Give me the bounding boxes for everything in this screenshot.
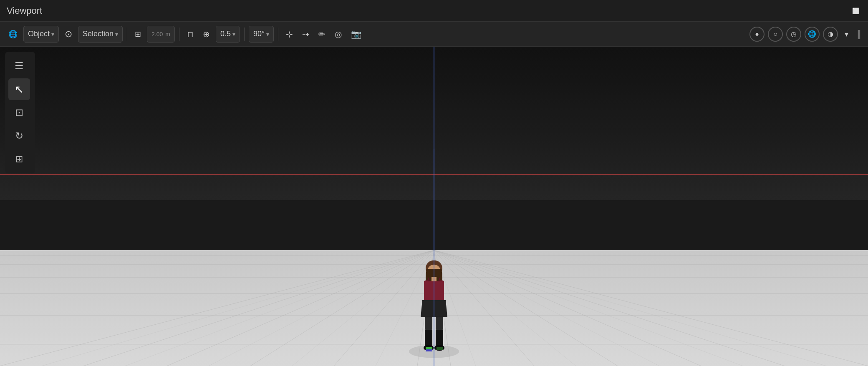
- menu-icon: ☰: [15, 60, 24, 72]
- annotations-button[interactable]: ⇢: [299, 26, 313, 43]
- svg-rect-42: [426, 349, 432, 351]
- material-icon: 🌐: [808, 30, 816, 38]
- transform-panel-button[interactable]: ⊞: [8, 148, 30, 170]
- cursor-button[interactable]: ↖: [8, 78, 30, 100]
- collapse-button[interactable]: ‖: [855, 29, 863, 40]
- rendered-icon: ◷: [791, 30, 797, 38]
- selection-label: Selection: [83, 30, 114, 38]
- title-bar-right: ⬜: [850, 5, 861, 17]
- proportional-dropdown[interactable]: 0.5 ▾: [216, 26, 240, 43]
- menu-button[interactable]: ☰: [8, 55, 30, 77]
- separator-4: [278, 28, 278, 41]
- annotations-icon: ⇢: [302, 29, 309, 39]
- expand-dropdown-button[interactable]: ▾: [841, 26, 852, 43]
- cursor-icon: ↖: [15, 83, 24, 96]
- global-icon: 🌐: [8, 30, 18, 39]
- object-mode-dropdown[interactable]: Object ▾: [23, 26, 59, 43]
- pivot-button[interactable]: ⊙: [61, 26, 76, 43]
- expand-icon: ▾: [845, 30, 848, 39]
- window-title: Viewport: [7, 5, 42, 16]
- overlay-button[interactable]: ◎: [331, 26, 345, 43]
- camera-button[interactable]: 📷: [348, 26, 365, 43]
- select-icon: ⊡: [15, 107, 23, 118]
- svg-line-33: [428, 278, 429, 281]
- separator-2: [179, 28, 179, 41]
- separator-3: [244, 28, 245, 41]
- object-mode-caret: ▾: [51, 31, 54, 38]
- snap-unit: m: [165, 31, 170, 38]
- pencil-icon: ✏: [318, 29, 326, 39]
- rendered-button[interactable]: ◷: [786, 27, 801, 42]
- svg-rect-35: [425, 317, 432, 330]
- pivot-icon: ⊙: [65, 29, 72, 40]
- proportional-caret: ▾: [232, 31, 235, 38]
- snap-value-display: 2.00 m: [147, 26, 175, 43]
- svg-rect-43: [437, 347, 443, 350]
- select-button[interactable]: ⊡: [8, 102, 30, 123]
- grid-icon: ⊞: [135, 30, 141, 39]
- magnet-button[interactable]: ⊓: [184, 26, 197, 43]
- left-tool-panel: ☰ ↖ ⊡ ↻ ⊞: [5, 52, 35, 173]
- collapse-icon: ‖: [857, 29, 861, 40]
- maximize-button[interactable]: ⬜: [850, 5, 861, 17]
- wireframe-icon: ○: [773, 30, 777, 38]
- overlay-icon: ◎: [335, 29, 342, 39]
- snap-target-icon: ⊕: [203, 29, 210, 39]
- contrast-button[interactable]: ◑: [823, 27, 838, 42]
- toolbar: 🌐 Object ▾ ⊙ Selection ▾ ⊞ 2.00 m ⊓ ⊕ 0.…: [0, 22, 868, 47]
- angle-dropdown[interactable]: 90° ▾: [249, 26, 274, 43]
- svg-rect-36: [436, 317, 443, 330]
- snap-number: 2.00: [151, 31, 163, 38]
- global-icon-button[interactable]: 🌐: [5, 26, 21, 43]
- object-mode-label: Object: [28, 30, 50, 38]
- title-bar-left: Viewport: [7, 5, 42, 16]
- angle-caret: ▾: [266, 31, 269, 38]
- svg-line-34: [439, 278, 440, 281]
- angle-value: 90°: [253, 30, 265, 38]
- grid-button[interactable]: ⊞: [131, 26, 144, 43]
- material-button[interactable]: 🌐: [805, 27, 820, 42]
- rotate-icon: ↻: [15, 130, 23, 142]
- floor-grid: [0, 149, 868, 366]
- viewport[interactable]: ☰ ↖ ⊡ ↻ ⊞: [0, 47, 868, 366]
- proportional-value: 0.5: [220, 30, 231, 38]
- camera-icon: 📷: [351, 29, 361, 39]
- title-bar: Viewport ⬜: [0, 0, 868, 22]
- transform-icon: ⊹: [286, 29, 293, 39]
- transform-button[interactable]: ⊹: [283, 26, 296, 43]
- wireframe-button[interactable]: ○: [768, 27, 783, 42]
- solid-sphere-icon: ●: [755, 30, 759, 38]
- rotate-button[interactable]: ↻: [8, 125, 30, 147]
- toolbar-right: ● ○ ◷ 🌐 ◑ ▾ ‖: [749, 26, 863, 43]
- separator-1: [127, 28, 127, 41]
- solid-sphere-button[interactable]: ●: [749, 27, 765, 42]
- contrast-icon: ◑: [828, 30, 833, 38]
- snap-target-button[interactable]: ⊕: [199, 26, 213, 43]
- selection-caret: ▾: [115, 31, 118, 38]
- transform-panel-icon: ⊞: [15, 154, 23, 165]
- draw-button[interactable]: ✏: [315, 26, 329, 43]
- selection-dropdown[interactable]: Selection ▾: [78, 26, 123, 43]
- magnet-icon: ⊓: [187, 29, 194, 39]
